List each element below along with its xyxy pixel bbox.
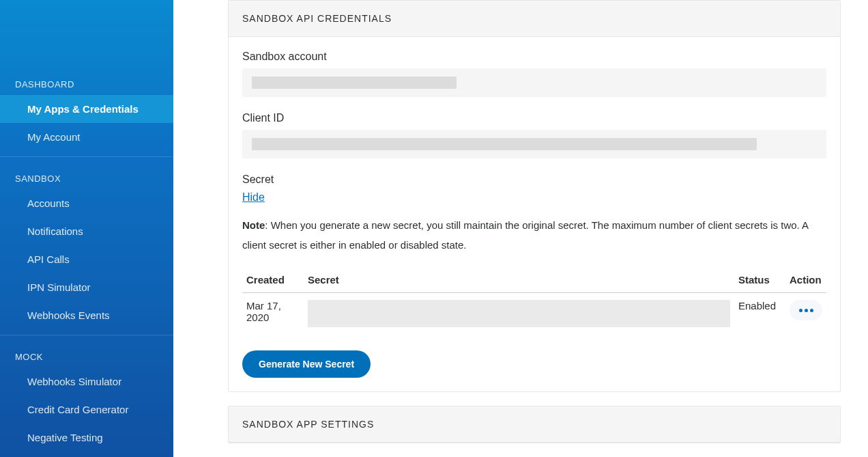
sidebar-item-api-calls[interactable]: API Calls	[0, 245, 173, 273]
sidebar-item-my-account[interactable]: My Account	[0, 123, 173, 151]
main-content: SANDBOX API CREDENTIALS Sandbox account …	[173, 0, 868, 457]
sidebar-item-webhooks-simulator[interactable]: Webhooks Simulator	[0, 368, 173, 396]
sidebar-logo-area	[0, 41, 173, 68]
cell-action	[785, 293, 826, 335]
table-row: Mar 17, 2020 Enabled	[242, 293, 826, 335]
secrets-table: Created Secret Status Action Mar 17, 202…	[242, 268, 826, 334]
sandbox-account-value	[242, 68, 826, 97]
sidebar-divider	[0, 156, 173, 157]
redacted-secret	[308, 300, 730, 327]
cell-status: Enabled	[734, 293, 785, 335]
dots-icon	[805, 309, 808, 312]
dots-icon	[810, 309, 813, 312]
generate-new-secret-button[interactable]: Generate New Secret	[242, 350, 371, 378]
secret-note-bold: Note	[242, 219, 265, 231]
app-settings-panel: SANDBOX APP SETTINGS	[228, 406, 841, 443]
sidebar-item-my-apps-credentials[interactable]: My Apps & Credentials	[0, 95, 173, 123]
sidebar-section-dashboard: DASHBOARD	[0, 68, 173, 95]
secret-label: Secret	[242, 174, 826, 186]
credentials-panel-title: SANDBOX API CREDENTIALS	[229, 1, 840, 37]
sidebar-section-mock: MOCK	[0, 341, 173, 368]
col-header-action: Action	[785, 268, 826, 293]
sidebar-divider	[0, 335, 173, 335]
secret-note: Note: When you generate a new secret, yo…	[242, 216, 826, 255]
sidebar-item-webhooks-events[interactable]: Webhooks Events	[0, 301, 173, 329]
col-header-status: Status	[734, 268, 785, 293]
row-action-menu-button[interactable]	[790, 300, 822, 320]
sandbox-account-label: Sandbox account	[242, 51, 826, 63]
col-header-created: Created	[242, 268, 304, 293]
hide-secret-link[interactable]: Hide	[242, 191, 265, 203]
col-header-secret: Secret	[304, 268, 734, 293]
sidebar-item-notifications[interactable]: Notifications	[0, 217, 173, 245]
redacted-value	[252, 77, 457, 89]
credentials-panel: SANDBOX API CREDENTIALS Sandbox account …	[228, 0, 841, 392]
client-id-value	[242, 130, 826, 158]
cell-secret	[304, 293, 734, 335]
sidebar: DASHBOARD My Apps & Credentials My Accou…	[0, 0, 173, 457]
sidebar-item-credit-card-generator[interactable]: Credit Card Generator	[0, 396, 173, 424]
app-settings-panel-title: SANDBOX APP SETTINGS	[229, 406, 840, 443]
redacted-value	[252, 138, 757, 150]
secret-note-text: : When you generate a new secret, you st…	[242, 219, 808, 251]
dots-icon	[799, 309, 802, 312]
sidebar-item-ipn-simulator[interactable]: IPN Simulator	[0, 273, 173, 301]
cell-created: Mar 17, 2020	[242, 293, 304, 335]
sidebar-item-negative-testing[interactable]: Negative Testing	[0, 424, 173, 452]
sidebar-item-accounts[interactable]: Accounts	[0, 189, 173, 217]
client-id-label: Client ID	[242, 112, 826, 124]
sidebar-section-sandbox: SANDBOX	[0, 163, 173, 189]
